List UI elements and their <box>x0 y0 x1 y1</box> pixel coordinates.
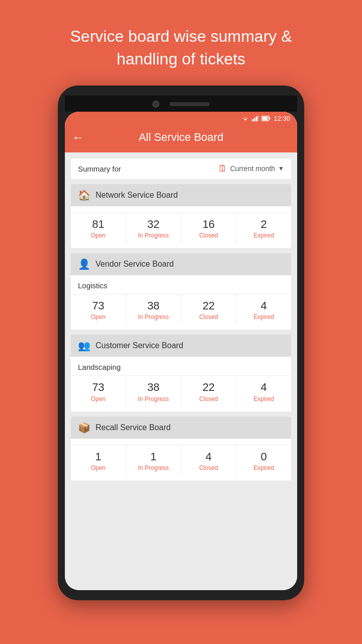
boards-list: 🏠 Network Service Board 81 Open 32 In Pr… <box>71 184 291 481</box>
app-header: ← All Service Board <box>65 125 297 152</box>
board-subtitle-customer: Landscaping <box>71 363 291 375</box>
stat-label-vendor-2: Closed <box>199 313 218 320</box>
page-background-title: Service board wise summary & handling of… <box>40 0 322 86</box>
stat-cell-recall-closed[interactable]: 4 Closed <box>182 445 237 476</box>
board-section-customer: 👥 Customer Service Board Landscaping 73 … <box>71 335 291 411</box>
speaker-bar <box>169 102 210 106</box>
board-name-customer: Customer Service Board <box>96 341 183 350</box>
stat-cell-network-expired[interactable]: 2 Expired <box>236 213 291 244</box>
stat-cell-vendor-closed[interactable]: 22 Closed <box>182 294 237 326</box>
stat-cell-customer-expired[interactable]: 4 Expired <box>236 376 291 407</box>
board-icon-network: 🏠 <box>78 189 90 201</box>
board-icon-vendor: 👤 <box>78 258 90 270</box>
stat-number-network-1: 32 <box>147 218 159 231</box>
stat-label-customer-1: In Progress <box>138 395 168 403</box>
month-selector[interactable]: 🗓 Current month ▼ <box>218 164 284 174</box>
svg-rect-1 <box>254 118 255 121</box>
board-header-vendor[interactable]: 👤 Vendor Service Board <box>71 253 291 275</box>
board-icon-customer: 👥 <box>78 340 90 352</box>
stat-label-recall-3: Expired <box>253 464 274 471</box>
filter-label: Summary for <box>78 165 121 173</box>
camera-dot <box>152 101 159 108</box>
stat-label-network-3: Expired <box>253 232 274 239</box>
stat-number-vendor-3: 4 <box>261 299 267 312</box>
board-name-network: Network Service Board <box>96 191 178 200</box>
stat-cell-network-in-progress[interactable]: 32 In Progress <box>126 213 182 244</box>
stat-number-recall-0: 1 <box>95 450 101 463</box>
stat-number-customer-0: 73 <box>92 381 104 394</box>
stat-cell-vendor-in-progress[interactable]: 38 In Progress <box>126 294 182 326</box>
stat-label-vendor-3: Expired <box>253 313 274 320</box>
svg-rect-2 <box>256 116 257 121</box>
board-name-recall: Recall Service Board <box>96 423 170 432</box>
svg-rect-6 <box>269 117 270 119</box>
stat-label-network-0: Open <box>91 232 106 239</box>
svg-rect-0 <box>252 119 253 121</box>
filter-bar: Summary for 🗓 Current month ▼ <box>71 158 291 179</box>
stat-label-recall-0: Open <box>91 464 106 471</box>
calendar-icon: 🗓 <box>218 164 227 174</box>
board-icon-recall: 📦 <box>78 422 90 434</box>
board-name-vendor: Vendor Service Board <box>96 260 174 269</box>
signal-icon <box>252 115 259 121</box>
battery-icon <box>261 116 270 121</box>
stat-cell-network-closed[interactable]: 16 Closed <box>182 213 237 244</box>
stat-label-vendor-0: Open <box>91 313 106 320</box>
stats-row-vendor: 73 Open 38 In Progress 22 Closed 4 Expir… <box>71 294 291 326</box>
stat-number-vendor-0: 73 <box>92 299 104 312</box>
phone-mockup: 12:30 ← All Service Board Summary for 🗓 … <box>58 86 304 600</box>
stat-cell-recall-in-progress[interactable]: 1 In Progress <box>126 445 182 476</box>
stat-number-recall-1: 1 <box>150 450 156 463</box>
board-card-network[interactable]: 81 Open 32 In Progress 16 Closed 2 Expir… <box>71 206 291 248</box>
status-bar: 12:30 <box>65 112 297 125</box>
stat-number-network-3: 2 <box>261 218 267 231</box>
stat-cell-vendor-expired[interactable]: 4 Expired <box>236 294 291 326</box>
stat-label-recall-1: In Progress <box>138 464 168 471</box>
svg-rect-5 <box>262 117 268 120</box>
board-section-network: 🏠 Network Service Board 81 Open 32 In Pr… <box>71 184 291 248</box>
stat-cell-vendor-open[interactable]: 73 Open <box>71 294 126 326</box>
stat-number-network-0: 81 <box>92 218 104 231</box>
stat-cell-customer-closed[interactable]: 22 Closed <box>182 376 237 407</box>
stat-number-recall-3: 0 <box>261 450 267 463</box>
wifi-icon <box>241 115 249 121</box>
stat-number-network-2: 16 <box>203 218 215 231</box>
stats-row-customer: 73 Open 38 In Progress 22 Closed 4 Expir… <box>71 375 291 407</box>
svg-rect-3 <box>258 115 259 121</box>
board-header-recall[interactable]: 📦 Recall Service Board <box>71 417 291 439</box>
stat-number-customer-3: 4 <box>261 381 267 394</box>
status-time: 12:30 <box>274 115 290 122</box>
stat-label-customer-0: Open <box>91 395 106 403</box>
board-header-network[interactable]: 🏠 Network Service Board <box>71 184 291 206</box>
stat-label-network-2: Closed <box>199 232 218 239</box>
board-card-recall[interactable]: 1 Open 1 In Progress 4 Closed 0 Expired <box>71 439 291 480</box>
board-header-customer[interactable]: 👥 Customer Service Board <box>71 335 291 357</box>
status-icons <box>241 115 270 121</box>
stats-row-recall: 1 Open 1 In Progress 4 Closed 0 Expired <box>71 445 291 476</box>
stat-label-recall-2: Closed <box>199 464 218 471</box>
stat-cell-customer-open[interactable]: 73 Open <box>71 376 126 407</box>
stat-label-vendor-1: In Progress <box>138 313 168 320</box>
stat-number-customer-2: 22 <box>203 381 215 394</box>
stat-cell-recall-expired[interactable]: 0 Expired <box>236 445 291 476</box>
stat-cell-network-open[interactable]: 81 Open <box>71 213 126 244</box>
phone-top-hardware <box>65 96 297 112</box>
stat-number-vendor-1: 38 <box>147 299 159 312</box>
content-area[interactable]: Summary for 🗓 Current month ▼ 🏠 Network … <box>65 152 297 590</box>
header-title: All Service Board <box>90 131 290 144</box>
stat-label-customer-2: Closed <box>199 395 218 403</box>
board-section-vendor: 👤 Vendor Service Board Logistics 73 Open… <box>71 253 291 330</box>
month-option: Current month <box>230 165 275 173</box>
stat-cell-customer-in-progress[interactable]: 38 In Progress <box>126 376 182 407</box>
back-button[interactable]: ← <box>72 130 84 144</box>
board-card-vendor[interactable]: Logistics 73 Open 38 In Progress 22 Clos… <box>71 275 291 330</box>
stats-row-network: 81 Open 32 In Progress 16 Closed 2 Expir… <box>71 212 291 244</box>
stat-number-customer-1: 38 <box>147 381 159 394</box>
stat-number-recall-2: 4 <box>206 450 212 463</box>
board-card-customer[interactable]: Landscaping 73 Open 38 In Progress 22 Cl… <box>71 357 291 411</box>
phone-screen: 12:30 ← All Service Board Summary for 🗓 … <box>65 112 297 590</box>
dropdown-arrow-icon: ▼ <box>278 165 284 172</box>
board-subtitle-vendor: Logistics <box>71 281 291 294</box>
stat-cell-recall-open[interactable]: 1 Open <box>71 445 126 476</box>
stat-label-customer-3: Expired <box>253 395 274 403</box>
